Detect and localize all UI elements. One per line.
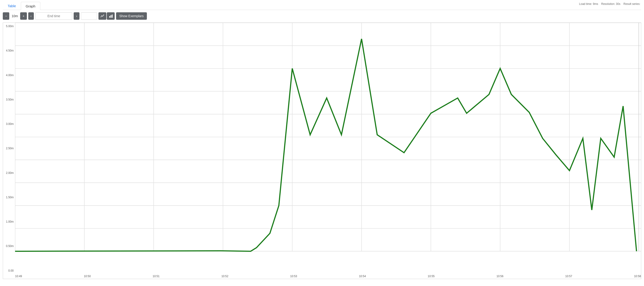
x-label-1049: 10:49 xyxy=(15,275,22,278)
y-label-2: 2.00m xyxy=(6,171,14,175)
chart-inner: 10:49 10:50 10:51 10:52 10:53 10:54 10:5… xyxy=(15,23,641,279)
x-label-1051: 10:51 xyxy=(153,275,160,278)
y-label-2-5: 2.50m xyxy=(6,147,14,150)
increase-interval-button[interactable]: + xyxy=(20,12,27,20)
resolution: Resolution: 30s xyxy=(601,2,620,6)
svg-rect-0 xyxy=(109,16,110,18)
svg-rect-1 xyxy=(110,15,112,18)
x-label-1056: 10:56 xyxy=(496,275,504,278)
next-time-button[interactable]: › xyxy=(74,12,80,20)
tab-table[interactable]: Table xyxy=(3,2,21,10)
y-label-0: 0.00 xyxy=(8,269,14,272)
chart-type-group xyxy=(98,12,115,20)
tab-bar: Table Graph xyxy=(3,2,641,10)
chart-svg xyxy=(15,23,641,274)
load-time: Load time: 9ms xyxy=(579,2,598,6)
resolution-input[interactable]: 30 xyxy=(81,12,97,20)
y-label-5: 5.00m xyxy=(6,25,14,28)
x-label-1052: 10:52 xyxy=(222,275,228,278)
y-label-0-5: 0.50m xyxy=(6,244,14,248)
x-label-1057: 10:57 xyxy=(565,275,572,278)
y-label-1: 1.00m xyxy=(6,220,14,223)
toolbar: − 10m + ‹ › 30 Show Exemplars xyxy=(3,12,641,20)
line-chart-icon xyxy=(100,14,104,18)
x-label-1058: 10:58 xyxy=(634,275,641,278)
chart-area: 5.00m 4.50m 4.00m 3.50m 3.00m 2.50m 2.00… xyxy=(3,23,641,279)
header-info: Load time: 9ms Resolution: 30s Result se… xyxy=(579,2,640,6)
interval-display: 10m xyxy=(11,14,19,18)
result-series: Result series: xyxy=(624,2,640,6)
line-chart-button[interactable] xyxy=(98,12,106,20)
show-exemplars-button[interactable]: Show Exemplars xyxy=(116,12,147,20)
decrease-interval-button[interactable]: − xyxy=(3,12,9,20)
svg-rect-2 xyxy=(112,15,112,18)
data-line xyxy=(15,39,636,251)
y-label-1-5: 1.50m xyxy=(6,196,14,199)
x-axis: 10:49 10:50 10:51 10:52 10:53 10:54 10:5… xyxy=(15,274,641,279)
x-label-1054: 10:54 xyxy=(359,275,366,278)
y-axis: 5.00m 4.50m 4.00m 3.50m 3.00m 2.50m 2.00… xyxy=(3,23,15,279)
y-label-3: 3.00m xyxy=(6,122,14,125)
y-label-4: 4.00m xyxy=(6,74,14,77)
x-label-1050: 10:50 xyxy=(84,275,91,278)
bar-chart-button[interactable] xyxy=(107,12,115,20)
end-time-input[interactable] xyxy=(35,12,72,20)
y-label-4-5: 4.50m xyxy=(6,49,14,52)
bar-chart-icon xyxy=(109,14,113,18)
x-label-1055: 10:55 xyxy=(428,275,434,278)
x-label-1053: 10:53 xyxy=(290,275,297,278)
y-label-3-5: 3.50m xyxy=(6,98,14,101)
tab-graph[interactable]: Graph xyxy=(21,2,40,10)
prev-time-button[interactable]: ‹ xyxy=(28,12,34,20)
